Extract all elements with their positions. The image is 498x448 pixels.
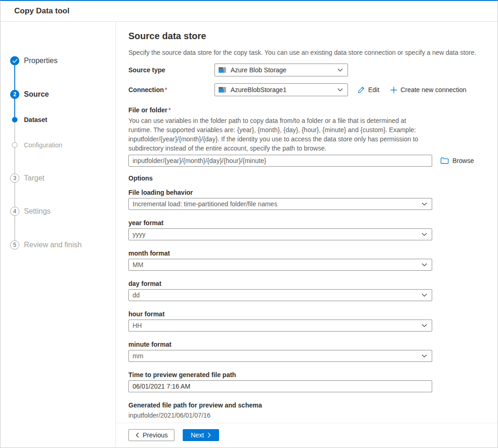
month-format-group: month format MM bbox=[128, 250, 498, 271]
generated-path-label: Generated file path for preview and sche… bbox=[128, 401, 498, 409]
minute-format-value: mm bbox=[133, 352, 143, 360]
step-settings-label: Settings bbox=[24, 207, 51, 215]
file-or-folder-description: You can use variables in the folder path… bbox=[128, 116, 423, 153]
day-format-dropdown[interactable]: dd bbox=[128, 289, 432, 301]
browse-label: Browse bbox=[452, 157, 474, 164]
previous-label: Previous bbox=[143, 431, 168, 439]
options-heading: Options bbox=[128, 175, 498, 182]
year-format-value: yyyy bbox=[133, 231, 145, 238]
generated-path-group: Generated file path for preview and sche… bbox=[128, 401, 498, 419]
year-format-group: year format yyyy bbox=[128, 219, 498, 240]
month-format-dropdown[interactable]: MM bbox=[128, 259, 432, 271]
step-settings[interactable]: 4 Settings bbox=[10, 207, 51, 216]
pencil-icon bbox=[357, 86, 365, 94]
day-format-value: dd bbox=[133, 291, 140, 299]
folder-icon bbox=[440, 157, 449, 164]
file-or-folder-label: File or folder* bbox=[128, 106, 498, 114]
check-icon bbox=[10, 56, 19, 65]
chevron-left-icon bbox=[135, 432, 139, 438]
source-type-value: Azure Blob Storage bbox=[231, 66, 286, 74]
azure-blob-storage-icon bbox=[219, 87, 226, 93]
day-format-label: day format bbox=[128, 280, 498, 287]
chevron-down-icon bbox=[422, 202, 427, 206]
titlebar: Copy Data tool bbox=[0, 1, 498, 22]
wizard-footer: Previous Next bbox=[116, 423, 498, 447]
step-configuration-label: Configuration bbox=[24, 141, 62, 149]
minute-format-dropdown[interactable]: mm bbox=[128, 350, 432, 362]
file-loading-behavior-group: File loading behavior Incremental load: … bbox=[128, 189, 498, 210]
wizard-stepper: Properties 2 Source Dataset Configuratio… bbox=[0, 22, 116, 447]
source-data-store-panel: Source data store Specify the source dat… bbox=[116, 22, 498, 423]
month-format-value: MM bbox=[133, 261, 143, 268]
source-type-dropdown[interactable]: Azure Blob Storage bbox=[214, 64, 348, 76]
file-loading-behavior-label: File loading behavior bbox=[128, 189, 498, 196]
step-review-label: Review and finish bbox=[24, 241, 81, 249]
chevron-down-icon bbox=[422, 293, 427, 297]
azure-blob-storage-icon bbox=[219, 67, 226, 73]
step-number-badge: 5 bbox=[10, 240, 19, 250]
generated-path-value: inputfolder/2021/06/01/07/16 bbox=[128, 412, 498, 419]
step-number-badge: 2 bbox=[10, 90, 19, 99]
section-title: Source data store bbox=[128, 31, 498, 41]
next-label: Next bbox=[191, 431, 204, 439]
chevron-down-icon bbox=[422, 233, 427, 236]
day-format-group: day format dd bbox=[128, 280, 498, 301]
connection-row: Connection* AzureBlobStorage1 Edit bbox=[128, 83, 498, 96]
year-format-dropdown[interactable]: yyyy bbox=[128, 228, 432, 240]
chevron-down-icon bbox=[337, 68, 343, 72]
step-target[interactable]: 3 Target bbox=[10, 174, 44, 183]
required-mark: * bbox=[168, 106, 171, 114]
hour-format-label: hour format bbox=[128, 310, 498, 318]
source-type-label: Source type bbox=[128, 66, 214, 74]
step-number-badge: 3 bbox=[10, 174, 19, 183]
chevron-right-icon bbox=[208, 432, 211, 438]
hour-format-value: HH bbox=[133, 322, 142, 329]
time-preview-label: Time to preview generated file path bbox=[128, 371, 498, 378]
time-preview-group: Time to preview generated file path bbox=[128, 371, 498, 392]
edit-label: Edit bbox=[368, 86, 379, 93]
copy-data-tool-window: Copy Data tool Properties 2 Source bbox=[0, 0, 498, 448]
current-substep-dot-icon bbox=[12, 117, 17, 122]
chevron-down-icon bbox=[422, 354, 427, 358]
step-source[interactable]: 2 Source bbox=[10, 90, 49, 99]
pending-substep-circle-icon bbox=[12, 142, 17, 148]
time-preview-input[interactable] bbox=[128, 380, 432, 392]
previous-button[interactable]: Previous bbox=[128, 429, 174, 441]
minute-format-group: minute format mm bbox=[128, 341, 498, 362]
chevron-down-icon bbox=[422, 324, 427, 327]
required-mark: * bbox=[165, 86, 167, 93]
file-loading-behavior-dropdown[interactable]: Incremental load: time-partitioned folde… bbox=[128, 198, 432, 210]
connection-dropdown[interactable]: AzureBlobStorage1 bbox=[214, 83, 348, 96]
browse-button[interactable]: Browse bbox=[440, 157, 474, 164]
step-properties[interactable]: Properties bbox=[10, 56, 58, 65]
month-format-label: month format bbox=[128, 250, 498, 257]
step-dataset-label: Dataset bbox=[24, 116, 47, 123]
plus-icon bbox=[390, 87, 397, 93]
section-description: Specify the source data store for the co… bbox=[128, 49, 498, 56]
hour-format-group: hour format HH bbox=[128, 310, 498, 332]
step-dataset[interactable]: Dataset bbox=[10, 115, 47, 124]
step-number-badge: 4 bbox=[10, 207, 19, 216]
step-review-and-finish[interactable]: 5 Review and finish bbox=[10, 240, 81, 250]
file-or-folder-input[interactable] bbox=[128, 155, 432, 167]
step-source-label: Source bbox=[24, 90, 49, 99]
hour-format-dropdown[interactable]: HH bbox=[128, 320, 432, 332]
step-properties-marker bbox=[10, 56, 19, 65]
next-button[interactable]: Next bbox=[183, 429, 219, 441]
chevron-down-icon bbox=[422, 263, 427, 267]
step-configuration[interactable]: Configuration bbox=[10, 140, 62, 150]
connection-label: Connection* bbox=[128, 86, 214, 93]
create-new-connection-button[interactable]: Create new connection bbox=[390, 86, 466, 93]
create-new-connection-label: Create new connection bbox=[400, 86, 466, 93]
connection-value: AzureBlobStorage1 bbox=[231, 86, 286, 93]
edit-connection-button[interactable]: Edit bbox=[357, 86, 379, 94]
page-title: Copy Data tool bbox=[14, 6, 69, 16]
file-loading-behavior-value: Incremental load: time-partitioned folde… bbox=[133, 200, 277, 208]
minute-format-label: minute format bbox=[128, 341, 498, 348]
step-properties-label: Properties bbox=[24, 57, 58, 65]
step-target-label: Target bbox=[24, 174, 44, 182]
chevron-down-icon bbox=[337, 88, 343, 92]
year-format-label: year format bbox=[128, 219, 498, 227]
source-type-row: Source type Azure Blob Storage bbox=[128, 64, 498, 76]
